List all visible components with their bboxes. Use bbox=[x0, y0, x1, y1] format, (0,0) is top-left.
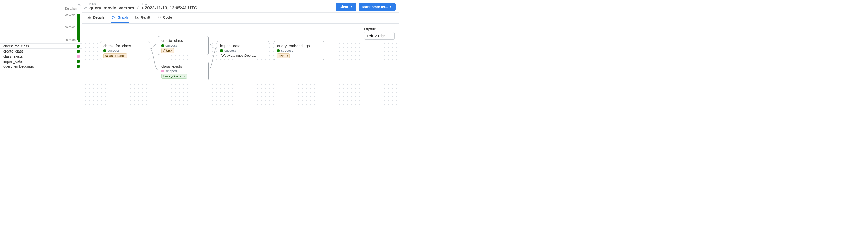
graph-node-query-embeddings[interactable]: query_embeddings success @task bbox=[274, 41, 324, 60]
node-status: success bbox=[103, 49, 147, 53]
header-bar: » DAG query_movie_vectors / Run 2023-11-… bbox=[82, 0, 399, 12]
breadcrumb-dag-label: DAG bbox=[89, 3, 134, 6]
graph-node-class-exists[interactable]: class_exists skipped EmptyOperator bbox=[158, 62, 209, 80]
node-status: success bbox=[220, 49, 266, 53]
task-name: import_data bbox=[3, 59, 22, 63]
task-row-import-data[interactable]: import_data bbox=[0, 59, 82, 64]
breadcrumb-dag-name: query_movie_vectors bbox=[89, 6, 134, 11]
node-operator: @task.branch bbox=[103, 53, 127, 58]
breadcrumb-run-label: Run bbox=[142, 3, 197, 6]
node-status: success bbox=[161, 44, 205, 48]
node-title: query_embeddings bbox=[277, 44, 321, 48]
node-status: success bbox=[277, 49, 321, 53]
node-operator: @task bbox=[161, 48, 174, 53]
main-panel: » DAG query_movie_vectors / Run 2023-11-… bbox=[82, 0, 399, 106]
status-pill-success bbox=[76, 50, 80, 53]
layout-select[interactable]: Left -> Right bbox=[364, 32, 395, 40]
chevron-down-icon: ▼ bbox=[350, 5, 352, 8]
task-name: create_class bbox=[3, 49, 24, 53]
status-pill-success bbox=[76, 65, 80, 68]
node-title: class_exists bbox=[161, 64, 205, 68]
duration-tick: 00:00:02 bbox=[64, 26, 75, 29]
mark-state-button[interactable]: Mark state as... ▼ bbox=[359, 3, 396, 11]
node-operator: WeaviateIngestOperator bbox=[220, 53, 259, 58]
duration-tick: 00:00:04 bbox=[64, 13, 75, 16]
duration-tick: 00:00:00 bbox=[64, 39, 75, 42]
node-status: skipped bbox=[161, 69, 205, 73]
graph-icon bbox=[112, 16, 116, 20]
run-duration-bar[interactable] bbox=[76, 13, 80, 42]
node-operator: @task bbox=[277, 53, 289, 58]
task-row-class-exists[interactable]: class_exists bbox=[0, 54, 82, 59]
breadcrumb-dag[interactable]: DAG query_movie_vectors bbox=[89, 3, 134, 11]
task-list: check_for_class create_class class_exist… bbox=[0, 43, 82, 69]
clear-button-label: Clear bbox=[340, 5, 348, 9]
node-operator: EmptyOperator bbox=[161, 74, 187, 79]
status-pill-skipped bbox=[76, 55, 80, 58]
breadcrumb-run-time: 2023-11-13, 13:05:41 UTC bbox=[145, 6, 197, 11]
node-title: create_class bbox=[161, 38, 205, 43]
code-icon bbox=[157, 16, 161, 20]
task-row-create-class[interactable]: create_class bbox=[0, 49, 82, 54]
status-pill-success bbox=[76, 45, 80, 48]
status-pill-success bbox=[76, 60, 80, 63]
status-dot-success bbox=[161, 44, 164, 47]
tab-graph[interactable]: Graph bbox=[112, 13, 128, 23]
task-row-query-embeddings[interactable]: query_embeddings bbox=[0, 64, 82, 69]
duration-heading: Duration bbox=[65, 7, 76, 10]
warning-triangle-icon bbox=[87, 16, 91, 20]
layout-control: Layout: Left -> Right bbox=[364, 27, 395, 40]
status-dot-skipped bbox=[161, 70, 164, 73]
tab-details-label: Details bbox=[93, 16, 105, 20]
graph-node-create-class[interactable]: create_class success @task bbox=[158, 36, 209, 55]
tab-code-label: Code bbox=[163, 16, 172, 20]
node-title: check_for_class bbox=[103, 44, 147, 48]
status-dot-success bbox=[277, 50, 280, 52]
graph-edges bbox=[82, 24, 399, 106]
clear-button[interactable]: Clear ▼ bbox=[336, 3, 356, 11]
chevron-down-icon: ▼ bbox=[390, 5, 392, 8]
svg-point-2 bbox=[113, 16, 113, 17]
task-name: check_for_class bbox=[3, 44, 29, 48]
tab-details[interactable]: Details bbox=[87, 13, 105, 23]
tab-gantt[interactable]: Gantt bbox=[135, 13, 151, 23]
tab-code[interactable]: Code bbox=[157, 13, 173, 23]
node-title: import_data bbox=[220, 44, 266, 48]
expand-panel-icon[interactable]: » bbox=[84, 3, 87, 10]
layout-label: Layout: bbox=[364, 27, 395, 31]
tab-gantt-label: Gantt bbox=[141, 16, 150, 20]
view-tabs: Details Graph Gantt Code bbox=[82, 12, 399, 23]
status-dot-success bbox=[220, 50, 223, 52]
mark-state-button-label: Mark state as... bbox=[362, 5, 388, 9]
task-name: query_embeddings bbox=[3, 64, 34, 68]
graph-canvas[interactable]: Layout: Left -> Right check_for_class bbox=[82, 23, 399, 106]
status-dot-success bbox=[103, 50, 106, 52]
tab-graph-label: Graph bbox=[118, 16, 128, 20]
graph-node-check-for-class[interactable]: check_for_class success @task.branch bbox=[100, 41, 150, 60]
breadcrumb-separator: / bbox=[137, 3, 139, 11]
task-row-check-for-class[interactable]: check_for_class bbox=[0, 43, 82, 49]
graph-node-import-data[interactable]: import_data success WeaviateIngestOperat… bbox=[217, 41, 269, 59]
task-duration-panel: « Duration 00:00:04 00:00:02 00:00:00 ch… bbox=[0, 0, 82, 106]
svg-point-4 bbox=[115, 17, 116, 18]
task-name: class_exists bbox=[3, 54, 23, 58]
svg-point-1 bbox=[89, 18, 89, 19]
gantt-icon bbox=[135, 16, 139, 20]
breadcrumb-run[interactable]: Run 2023-11-13, 13:05:41 UTC bbox=[142, 3, 197, 11]
run-play-icon bbox=[142, 7, 144, 10]
collapse-panel-icon[interactable]: « bbox=[78, 2, 81, 7]
svg-point-3 bbox=[113, 18, 113, 19]
